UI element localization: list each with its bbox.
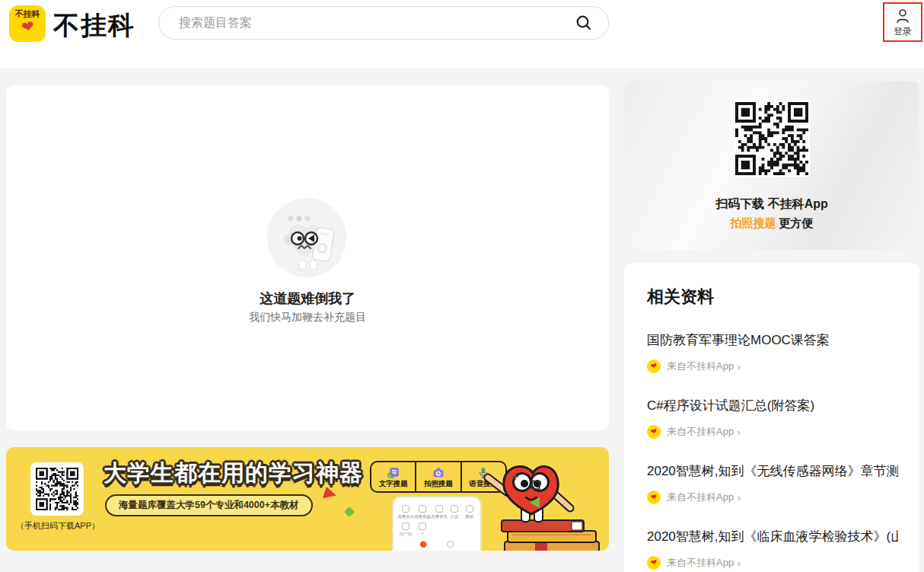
empty-state-illustration — [267, 198, 346, 277]
search-button[interactable] — [573, 12, 594, 34]
banner-headline: 大学生都在用的学习神器 — [104, 458, 363, 489]
empty-state-title: 这道题难倒我了 — [6, 289, 609, 308]
heart-icon: ❤ — [650, 558, 658, 567]
related-item[interactable]: 2020智慧树,知到《无线传感器网络》章节测… ❤ 来自不挂科App › — [647, 462, 898, 505]
banner-qr-caption: （手机扫码下载APP） — [6, 520, 110, 532]
brand-wordmark[interactable]: 不挂科 — [53, 8, 135, 43]
mini-app-icon — [402, 505, 409, 513]
related-item-source-label: 来自不挂科App — [667, 491, 734, 504]
app-logo-badge: ❤ — [647, 359, 661, 373]
related-materials-card: 相关资料 国防教育军事理论MOOC课答案 ❤ 来自不挂科App › C#程序设计… — [624, 263, 919, 572]
chevron-right-icon: › — [737, 361, 741, 372]
header: 不挂科 ❤ 不挂科 登录 — [0, 0, 924, 69]
heart-icon: ❤ — [20, 18, 36, 35]
related-item-title[interactable]: 2020智慧树,知到《临床血液学检验技术》(山… — [647, 528, 898, 546]
related-item-title[interactable]: 国防教育军事理论MOOC课答案 — [647, 331, 898, 350]
mini-app-label: 高考真题 — [414, 513, 431, 519]
search-bar[interactable] — [158, 6, 609, 40]
heart-icon: ❤ — [650, 362, 658, 371]
download-card-line2: 拍照搜题 更方便 — [624, 216, 919, 231]
related-item-source[interactable]: ❤ 来自不挂科App › — [647, 490, 898, 505]
mini-app-entry: 高考真题 — [416, 505, 429, 520]
related-item-source[interactable]: ❤ 来自不挂科App › — [647, 359, 898, 374]
related-item-source[interactable]: ❤ 来自不挂科App › — [647, 555, 898, 570]
photo-search-highlight: 拍照搜题 — [730, 216, 776, 229]
login-label: 登录 — [894, 25, 912, 38]
mini-app-icon — [419, 505, 426, 513]
related-item-source-label: 来自不挂科App — [667, 556, 734, 570]
decor-sparkle-icon: + — [511, 471, 522, 482]
download-card-line2-rest: 更方便 — [776, 216, 813, 229]
download-qr-code — [735, 102, 808, 175]
mini-app-entry: 高考估分 — [399, 505, 412, 520]
feature-text-search: 文字搜题 — [371, 462, 415, 491]
mini-app-entry: + — [416, 522, 429, 538]
download-card-line1: 扫码下载 不挂科App — [624, 197, 919, 213]
mini-app-icon — [419, 522, 426, 530]
feature-label: 文字搜题 — [379, 479, 408, 489]
related-item[interactable]: 国防教育军事理论MOOC课答案 ❤ 来自不挂科App › — [647, 331, 898, 374]
related-item-title[interactable]: 2020智慧树,知到《无线传感器网络》章节测… — [647, 462, 898, 481]
mini-app-label: 问一问 — [399, 531, 411, 537]
decor-triangle-icon — [530, 497, 540, 508]
banner-qr-box — [30, 462, 84, 516]
heart-icon: ❤ — [650, 427, 658, 436]
app-logo-badge: ❤ — [647, 425, 661, 439]
mini-app-label: 高考估分 — [397, 513, 414, 519]
banner-subline-pill: 海量题库覆盖大学59个专业和4000+本教材 — [105, 494, 313, 516]
mini-app-icon — [435, 505, 443, 513]
app-logo-badge: ❤ — [647, 556, 661, 570]
download-qr-code — [36, 468, 78, 510]
search-input[interactable] — [177, 15, 573, 30]
mini-tab-active-icon — [420, 541, 427, 548]
related-item-source-label: 来自不挂科App — [667, 359, 734, 373]
related-item-title[interactable]: C#程序设计试题汇总(附答案) — [647, 397, 898, 415]
heart-icon: ❤ — [650, 493, 658, 502]
related-item-source[interactable]: ❤ 来自不挂科App › — [647, 424, 898, 439]
decor-diamond-icon — [344, 506, 355, 517]
decor-square-icon — [531, 480, 541, 491]
user-icon — [894, 8, 911, 24]
chevron-right-icon: › — [737, 558, 741, 569]
mini-app-entry: 问一问 — [399, 522, 412, 538]
login-button[interactable]: 登录 — [883, 2, 922, 42]
mascot-sad-icon — [267, 198, 346, 277]
qr-wrap — [734, 101, 810, 177]
related-title: 相关资料 — [647, 286, 898, 308]
mini-app-icon — [402, 522, 409, 530]
decor-triangle-icon — [323, 487, 338, 502]
related-item-source-label: 来自不挂科App — [667, 425, 734, 439]
page: 不挂科 ❤ 不挂科 登录 — [0, 0, 924, 572]
download-card: 扫码下载 不挂科App 拍照搜题 更方便 — [624, 81, 919, 250]
search-icon — [575, 14, 593, 32]
heart-mascot-illustration — [444, 461, 609, 551]
empty-state-subtitle: 我们快马加鞭去补充题目 — [6, 311, 609, 324]
app-logo-badge: ❤ — [647, 491, 661, 504]
app-logo[interactable]: 不挂科 ❤ — [9, 5, 46, 42]
result-card: 这道题难倒我了 我们快马加鞭去补充题目 — [6, 85, 609, 430]
mini-app-label: + — [421, 531, 423, 535]
chevron-right-icon: › — [737, 492, 741, 503]
camera-icon — [432, 467, 444, 478]
text-search-icon — [387, 467, 400, 478]
related-item[interactable]: C#程序设计试题汇总(附答案) ❤ 来自不挂科App › — [647, 397, 898, 439]
related-item[interactable]: 2020智慧树,知到《临床血液学检验技术》(山… ❤ 来自不挂科App › — [647, 528, 898, 570]
app-logo-text: 不挂科 — [15, 10, 40, 18]
promo-banner[interactable]: （手机扫码下载APP） 大学生都在用的学习神器 海量题库覆盖大学59个专业和40… — [6, 447, 609, 551]
chevron-right-icon: › — [737, 427, 741, 438]
